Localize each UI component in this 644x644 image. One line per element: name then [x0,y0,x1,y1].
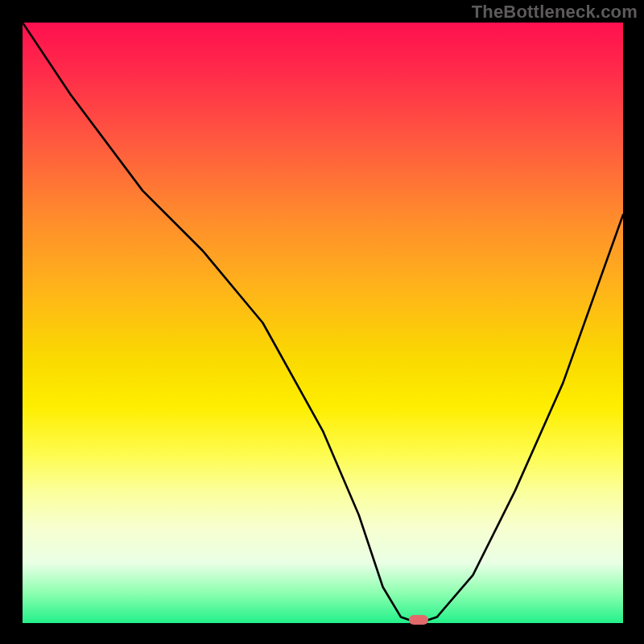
curve-path [23,23,623,623]
watermark-text: TheBottleneck.com [472,2,638,23]
chart-frame: TheBottleneck.com [0,0,644,644]
optimum-marker [409,615,428,625]
bottleneck-curve [23,23,623,623]
